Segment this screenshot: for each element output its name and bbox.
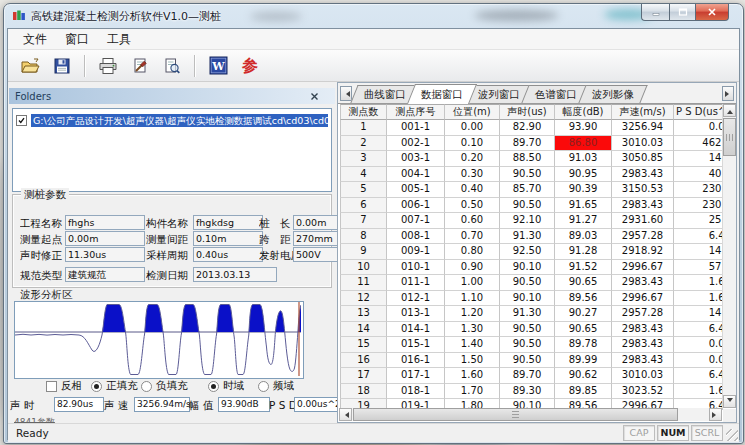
table-cell[interactable]: 1.00: [445, 275, 500, 291]
table-cell[interactable]: 89.03: [555, 229, 612, 245]
table-cell[interactable]: 3: [340, 151, 387, 167]
table-cell[interactable]: 1.70: [445, 384, 500, 400]
table-cell[interactable]: 90.10: [500, 260, 555, 276]
table-cell[interactable]: 012-1: [387, 291, 445, 307]
table-cell[interactable]: 003-1: [387, 151, 445, 167]
readout-field[interactable]: 93.90dB: [218, 397, 270, 412]
table-row[interactable]: 1001-10.0082.9093.903256.940.00: [340, 120, 724, 136]
table-cell[interactable]: 93.90: [555, 120, 612, 136]
horizontal-scrollbar[interactable]: [339, 408, 722, 421]
table-cell[interactable]: 90.10: [500, 291, 555, 307]
table-cell[interactable]: 014-1: [387, 322, 445, 338]
table-row[interactable]: 9009-10.8092.5091.282918.9214.4: [340, 244, 724, 260]
param-field[interactable]: 0.00m: [293, 215, 342, 230]
table-row[interactable]: 15015-11.4090.5089.782983.430.00: [340, 337, 724, 353]
column-header[interactable]: 声时(us): [500, 104, 555, 120]
fill-radio[interactable]: 频域: [258, 379, 294, 393]
table-cell[interactable]: 15: [340, 337, 387, 353]
print-button[interactable]: [94, 52, 122, 79]
word-export-button[interactable]: W: [204, 52, 232, 79]
table-cell[interactable]: 0.10: [445, 136, 500, 152]
radio-icon[interactable]: [208, 381, 219, 392]
table-cell[interactable]: 89.56: [555, 291, 612, 307]
table-cell[interactable]: 86.80: [555, 136, 612, 152]
table-cell[interactable]: 90.50: [500, 167, 555, 183]
table-cell[interactable]: 91.52: [555, 260, 612, 276]
table-cell[interactable]: 92.10: [500, 213, 555, 229]
table-cell[interactable]: 90.50: [500, 275, 555, 291]
waveform-plot[interactable]: [14, 301, 304, 379]
table-row[interactable]: 2002-10.1089.7086.803010.03462.4: [340, 136, 724, 152]
save-button[interactable]: [48, 52, 76, 79]
table-cell[interactable]: 2983.43: [612, 322, 674, 338]
table-cell[interactable]: 2931.60: [612, 213, 674, 229]
table-cell[interactable]: 89.85: [555, 384, 612, 400]
table-cell[interactable]: 18: [340, 384, 387, 400]
checkbox-icon[interactable]: [46, 381, 57, 392]
table-cell[interactable]: 009-1: [387, 244, 445, 260]
scroll-right-button[interactable]: [709, 408, 722, 421]
table-cell[interactable]: 10: [340, 260, 387, 276]
minimize-button[interactable]: [641, 4, 669, 21]
table-cell[interactable]: 2996.67: [612, 291, 674, 307]
table-cell[interactable]: 1.20: [445, 306, 500, 322]
resize-grip[interactable]: [726, 429, 738, 441]
close-button[interactable]: [695, 4, 729, 21]
table-cell[interactable]: 016-1: [387, 353, 445, 369]
table-cell[interactable]: 230.4: [674, 182, 723, 198]
table-cell[interactable]: 1.10: [445, 291, 500, 307]
title-bar[interactable]: 高铁建混凝土检测分析软件V1.0—测桩: [4, 4, 743, 28]
column-header[interactable]: P S D(us^2/m): [674, 104, 723, 120]
param-field[interactable]: 500V: [293, 247, 342, 262]
table-cell[interactable]: 90.39: [555, 182, 612, 198]
param-field[interactable]: fhgkdsg: [193, 215, 263, 230]
table-cell[interactable]: 2983.43: [612, 275, 674, 291]
fill-radio[interactable]: 正填充: [91, 379, 138, 393]
table-row[interactable]: 10010-10.9090.1091.522996.6757.6: [340, 260, 724, 276]
table-row[interactable]: 14014-11.3090.5090.652983.436.40: [340, 322, 724, 338]
column-header[interactable]: 测点序号: [387, 104, 445, 120]
table-cell[interactable]: 011-1: [387, 275, 445, 291]
table-cell[interactable]: 004-1: [387, 167, 445, 183]
param-field[interactable]: fhghs: [65, 215, 145, 230]
tree-item-path[interactable]: G:\公司产品设计开发\超声仪器\超声仪实地检测数据调试cd\cd03\cd03…: [31, 114, 328, 127]
param-field[interactable]: 0.00m: [65, 231, 145, 246]
table-cell[interactable]: 85.70: [500, 182, 555, 198]
table-cell[interactable]: 89.70: [500, 368, 555, 384]
table-cell[interactable]: 90.65: [555, 275, 612, 291]
table-cell[interactable]: 57.6: [674, 260, 723, 276]
table-cell[interactable]: 2983.43: [612, 167, 674, 183]
parameters-button[interactable]: 参: [236, 52, 264, 79]
table-cell[interactable]: 90.50: [500, 337, 555, 353]
table-cell[interactable]: 006-1: [387, 198, 445, 214]
table-cell[interactable]: 1.60: [674, 291, 723, 307]
table-cell[interactable]: 0.70: [445, 229, 500, 245]
table-cell[interactable]: 14.4: [674, 244, 723, 260]
column-header[interactable]: 幅度(dB): [555, 104, 612, 120]
table-cell[interactable]: 007-1: [387, 213, 445, 229]
table-cell[interactable]: 8: [340, 229, 387, 245]
table-cell[interactable]: 90.50: [500, 198, 555, 214]
table-cell[interactable]: 0.40: [445, 182, 500, 198]
table-cell[interactable]: 0.00: [674, 120, 723, 136]
table-cell[interactable]: 25.6: [674, 213, 723, 229]
table-cell[interactable]: 89.99: [555, 353, 612, 369]
table-cell[interactable]: 002-1: [387, 136, 445, 152]
table-cell[interactable]: 91.30: [500, 306, 555, 322]
tab-2[interactable]: 数据窗口: [407, 84, 477, 104]
table-cell[interactable]: 6.40: [674, 322, 723, 338]
fill-radio[interactable]: 负填充: [141, 379, 188, 393]
readout-field[interactable]: 3256.94m/s: [134, 397, 190, 412]
table-cell[interactable]: 3010.03: [612, 368, 674, 384]
radio-icon[interactable]: [91, 381, 102, 392]
column-header[interactable]: 声速(m/s): [612, 104, 674, 120]
table-cell[interactable]: 0.50: [445, 198, 500, 214]
table-cell[interactable]: 6.40: [674, 368, 723, 384]
table-cell[interactable]: 015-1: [387, 337, 445, 353]
table-cell[interactable]: 3256.94: [612, 120, 674, 136]
table-row[interactable]: 13013-11.2091.3090.272957.2814.4: [340, 306, 724, 322]
table-cell[interactable]: 0.30: [445, 167, 500, 183]
table-cell[interactable]: 1.50: [445, 353, 500, 369]
table-cell[interactable]: 3010.03: [612, 136, 674, 152]
table-cell[interactable]: 82.90: [500, 120, 555, 136]
